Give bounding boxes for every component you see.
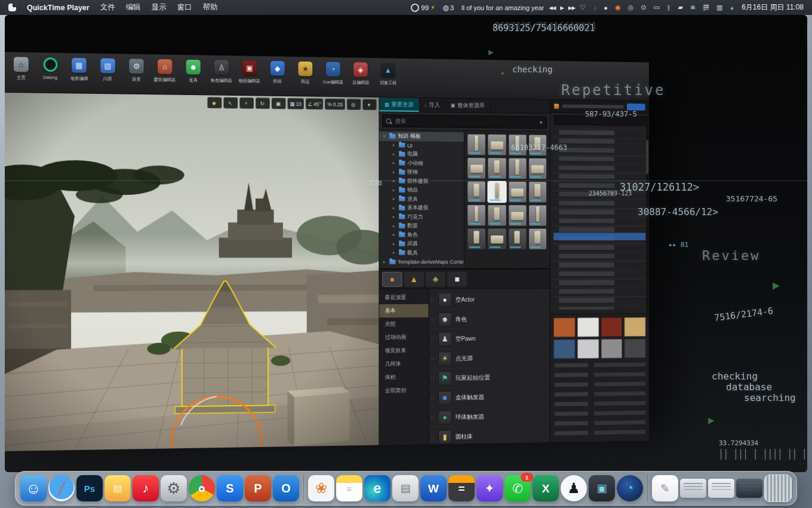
material-chip[interactable]: [577, 339, 599, 359]
expand-arrow-icon[interactable]: ▸: [393, 143, 397, 148]
asset-thumbnail[interactable]: [509, 158, 527, 179]
asset-browser-tab[interactable]: ↓ 导入: [419, 98, 445, 112]
asset-thumbnail[interactable]: [509, 205, 527, 226]
place-actor-item[interactable]: ■ 盒体触发器: [431, 387, 548, 408]
control-center-status-icon[interactable]: ▥: [716, 4, 722, 11]
property-rows[interactable]: [553, 362, 645, 439]
viewport-tool-button[interactable]: +: [239, 97, 254, 109]
previous-track-button[interactable]: ◀◀: [549, 5, 555, 11]
material-chip[interactable]: [601, 317, 622, 337]
menu-bar-clock[interactable]: 6月16日 周日 11:08: [742, 2, 804, 13]
expand-arrow-icon[interactable]: ▸: [393, 197, 397, 201]
folder-tree-item[interactable]: ▸ UI: [379, 140, 463, 150]
folder-tree-item[interactable]: ▸ 怪物: [379, 167, 463, 177]
expand-arrow-icon[interactable]: ▸: [393, 232, 397, 237]
menu-item[interactable]: 文件: [100, 2, 115, 13]
folder-tree-item[interactable]: ▸ Template-deriveMaps Content: [379, 258, 463, 267]
folder-tree-item[interactable]: ▾ 知识·模板: [379, 131, 463, 141]
yellow-notes-app[interactable]: ▤: [104, 475, 131, 501]
asset-thumbnail[interactable]: [488, 134, 506, 155]
expand-arrow-icon[interactable]: ▸: [393, 241, 397, 246]
viewport-tool-button[interactable]: ◆: [208, 97, 222, 108]
next-track-button[interactable]: ▶▶: [568, 5, 575, 11]
place-category[interactable]: 光照: [379, 317, 428, 331]
viewport-tool-button[interactable]: ↻: [256, 97, 270, 109]
wifi-status-icon[interactable]: ≋: [690, 4, 696, 11]
place-actor-item[interactable]: ▮ 圆柱体: [431, 426, 548, 444]
outlook-app[interactable]: O: [273, 475, 299, 501]
textedit-app[interactable]: ✎: [652, 475, 678, 501]
message-bubble-status-icon[interactable]: ●: [604, 4, 608, 11]
expand-arrow-icon[interactable]: ▸: [393, 206, 397, 210]
folder-tree-item[interactable]: ▸ 巧克力: [379, 212, 463, 221]
folder-tree-item[interactable]: ▸ 部件建筑: [379, 176, 463, 186]
display-mirroring-status-icon[interactable]: ▭: [653, 4, 659, 11]
asset-thumbnail[interactable]: [509, 182, 527, 203]
folder-tree-item[interactable]: ▸ 武器: [379, 240, 463, 249]
expand-arrow-icon[interactable]: ▸: [393, 188, 397, 192]
place-actor-item[interactable]: ☀ 点光源: [431, 348, 548, 368]
place-actor-item[interactable]: ⚑ 玩家起始位置: [431, 368, 548, 388]
battery-status-icon[interactable]: ▰: [678, 4, 682, 11]
viewport-tool-button[interactable]: ↖: [224, 97, 238, 109]
calculator-app[interactable]: =: [448, 475, 475, 501]
editor-toolbar-button[interactable]: ♙ 角色编辑器: [208, 58, 235, 84]
place-actor-item[interactable]: ● 空Actor: [431, 290, 548, 310]
editor-toolbar-button[interactable]: ⌂ 建筑编辑器: [151, 57, 179, 84]
place-mode-tab[interactable]: ●: [382, 271, 402, 286]
folder-tree-item[interactable]: ▸ 小动物: [379, 158, 463, 168]
battery-gauge[interactable]: 99 ⚡: [411, 4, 435, 12]
place-mode-tab[interactable]: ▲: [404, 271, 425, 286]
editor-toolbar-button[interactable]: ◈ 总编辑器: [347, 60, 374, 86]
editor-toolbar-button[interactable]: ☻ 道具: [180, 58, 207, 84]
screen-record-status-icon[interactable]: ⊙: [641, 4, 646, 11]
expand-arrow-icon[interactable]: ▸: [393, 215, 397, 219]
editor-toolbar-button[interactable]: ▦ 地形编辑: [65, 56, 93, 82]
viewport-tool-button[interactable]: ▦ 10: [288, 98, 304, 109]
printer-utility-app[interactable]: ▤: [392, 475, 419, 501]
asset-thumbnail[interactable]: [529, 229, 546, 249]
asset-thumbnail[interactable]: [529, 205, 546, 226]
play-button[interactable]: ▶: [560, 5, 564, 11]
meeting-status-icon[interactable]: ◎: [628, 4, 634, 11]
input-source-status-icon[interactable]: 拼: [703, 3, 709, 12]
folder-tree-item[interactable]: ▸ 载具: [379, 249, 463, 258]
favorite-heart-icon[interactable]: ♡: [580, 4, 586, 11]
outliner-selected-row[interactable]: [553, 232, 645, 240]
asset-browser-tab[interactable]: ▣ 整体资源库: [445, 99, 490, 113]
place-category[interactable]: 最近放置: [379, 291, 428, 305]
expand-arrow-icon[interactable]: ▸: [393, 170, 397, 175]
place-actor-item[interactable]: ♟ 空Pawn: [431, 329, 548, 349]
place-category[interactable]: 视觉效果: [379, 344, 428, 357]
word-app[interactable]: W: [420, 475, 447, 501]
menu-item[interactable]: 窗口: [177, 2, 192, 13]
asset-thumbnail[interactable]: [467, 205, 485, 226]
editor-toolbar-button[interactable]: Dalong: [36, 56, 64, 81]
qq-music-status-icon[interactable]: ◉: [615, 4, 621, 11]
menu-item[interactable]: 显示: [152, 2, 167, 13]
viewport-tool-button[interactable]: ▣: [272, 98, 286, 109]
folder-tree-item[interactable]: ▸ 角色: [379, 231, 463, 240]
expand-arrow-icon[interactable]: ▸: [393, 224, 397, 228]
asset-thumbnail[interactable]: [488, 228, 506, 249]
place-actor-item[interactable]: ● 球体触发器: [431, 406, 548, 427]
qq-app[interactable]: ♟: [561, 475, 587, 501]
chrome-app[interactable]: ●: [189, 475, 215, 501]
photos-app[interactable]: ❀: [308, 475, 334, 501]
system-settings-app[interactable]: ⚙: [161, 475, 187, 501]
purple-star-app[interactable]: ✦: [476, 475, 503, 501]
asset-thumbnail[interactable]: [509, 134, 527, 155]
material-chip[interactable]: [625, 317, 646, 336]
asset-thumbnail[interactable]: [509, 229, 527, 250]
folder-tree-item[interactable]: ▸ 物品: [379, 185, 463, 195]
siri-status-icon[interactable]: ◕: [730, 4, 734, 11]
viewport-tool-button[interactable]: ∠ 45°: [306, 98, 324, 109]
place-category[interactable]: 过场动画: [379, 330, 428, 344]
excel-app[interactable]: X: [533, 475, 559, 501]
expand-arrow-icon[interactable]: ▸: [393, 161, 397, 166]
material-chip[interactable]: [553, 317, 575, 337]
netease-music-status-icon[interactable]: ♪: [593, 4, 597, 11]
outliner-rows[interactable]: [553, 128, 645, 312]
blue-search-app[interactable]: S: [217, 475, 243, 501]
stickies-app[interactable]: ≡: [336, 475, 362, 501]
